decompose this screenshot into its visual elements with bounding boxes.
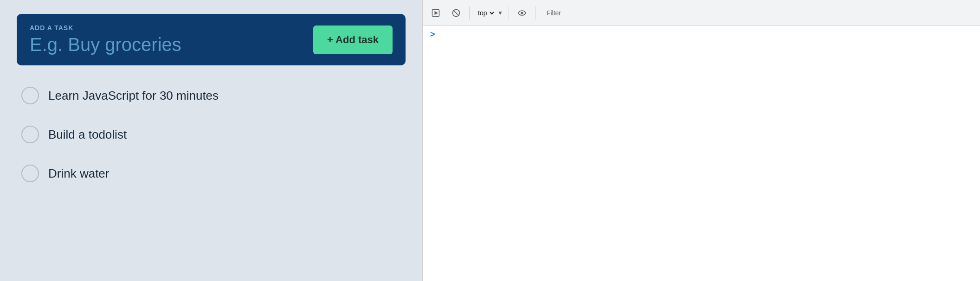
task-text-3: Drink water: [48, 166, 109, 181]
block-button[interactable]: [447, 5, 465, 21]
devtools-toolbar: top ▼ Filter: [423, 0, 980, 26]
task-text-2: Build a todolist: [48, 128, 127, 142]
list-item: Drink water: [17, 156, 406, 191]
list-item: Build a todolist: [17, 117, 406, 152]
toolbar-separator-2: [509, 6, 509, 19]
context-selector-wrapper: top ▼: [475, 7, 503, 19]
dropdown-arrow-icon: ▼: [497, 10, 503, 16]
task-checkbox-3[interactable]: [21, 165, 39, 182]
eye-button[interactable]: [513, 5, 531, 21]
task-checkbox-1[interactable]: [21, 87, 39, 104]
toolbar-separator-3: [535, 6, 535, 19]
svg-line-3: [453, 10, 459, 16]
task-checkbox-2[interactable]: [21, 126, 39, 143]
toolbar-separator: [469, 6, 470, 19]
console-chevron[interactable]: >: [430, 30, 435, 39]
filter-label: Filter: [543, 7, 565, 19]
play-button[interactable]: [426, 5, 445, 21]
block-icon: [451, 8, 461, 18]
svg-point-5: [521, 12, 523, 14]
add-task-label: Add a task: [30, 24, 252, 32]
devtools-panel: top ▼ Filter >: [422, 0, 980, 281]
add-task-card-inner: Add a task: [30, 24, 252, 55]
devtools-content: >: [423, 26, 980, 281]
list-item: Learn JavaScript for 30 minutes: [17, 78, 406, 113]
add-task-card: Add a task + Add task: [17, 14, 406, 65]
add-task-button[interactable]: + Add task: [313, 26, 393, 54]
eye-icon: [517, 8, 527, 18]
task-text-1: Learn JavaScript for 30 minutes: [48, 89, 219, 103]
context-selector[interactable]: top: [475, 7, 496, 19]
task-list: Learn JavaScript for 30 minutes Build a …: [17, 78, 406, 191]
play-icon: [431, 8, 440, 18]
todo-panel: Add a task + Add task Learn JavaScript f…: [0, 0, 422, 281]
svg-marker-1: [435, 11, 438, 14]
task-input[interactable]: [30, 34, 252, 55]
